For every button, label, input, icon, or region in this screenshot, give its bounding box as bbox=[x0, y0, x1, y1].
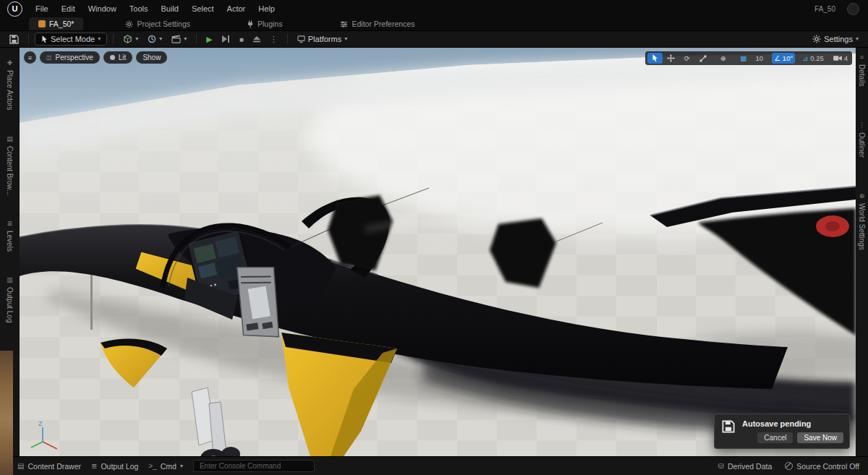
sidebar-item-output-log[interactable]: ▥ Output Log bbox=[6, 276, 14, 322]
eject-icon bbox=[253, 35, 260, 43]
camera-icon bbox=[833, 55, 842, 61]
eject-button[interactable] bbox=[250, 34, 264, 44]
view-mode-dropdown[interactable]: Lit bbox=[103, 51, 133, 64]
select-tool-button[interactable] bbox=[647, 53, 663, 64]
console-command-input[interactable] bbox=[193, 460, 315, 472]
sidebar-item-levels[interactable]: ≣ Levels bbox=[6, 220, 14, 252]
add-cube-icon bbox=[123, 35, 132, 44]
play-button[interactable]: ▶ bbox=[203, 33, 216, 46]
outliner-icon: ⋮ bbox=[859, 121, 865, 129]
gear-icon bbox=[812, 35, 821, 43]
save-now-button[interactable]: Save Now bbox=[797, 432, 843, 443]
menu-tools[interactable]: Tools bbox=[123, 1, 155, 16]
globe-icon: ⊕ bbox=[720, 54, 726, 62]
scale-tool-button[interactable] bbox=[695, 53, 710, 64]
quick-add-dropdown[interactable]: ▾ bbox=[119, 33, 142, 46]
menu-bar: U File Edit Window Tools Build Select Ac… bbox=[0, 0, 868, 17]
account-avatar[interactable] bbox=[847, 3, 859, 15]
source-control-button[interactable]: Source Control Off bbox=[785, 462, 859, 471]
move-icon bbox=[667, 54, 675, 62]
autosave-title: Autosave pending bbox=[742, 419, 843, 428]
skip-frame-button[interactable] bbox=[218, 34, 234, 44]
menu-edit[interactable]: Edit bbox=[55, 1, 82, 16]
tab-plugins[interactable]: Plugins bbox=[239, 17, 289, 30]
play-icon: ▶ bbox=[206, 35, 212, 44]
blueprints-dropdown[interactable]: ▾ bbox=[144, 33, 166, 45]
viewport-options-button[interactable]: ≡ bbox=[24, 51, 36, 64]
select-mode-dropdown[interactable]: Select Mode ▾ bbox=[35, 33, 107, 46]
right-dock-rail: ≡ Details ⋮ Outliner ⊕ World Settings bbox=[856, 48, 868, 456]
viewport-toolbar-left: ≡ ◫ Perspective Lit Show bbox=[24, 51, 167, 64]
rotation-snap-toggle[interactable]: ∠ 10° bbox=[772, 53, 795, 64]
perspective-icon: ◫ bbox=[46, 54, 52, 61]
chevron-down-icon: ▾ bbox=[344, 36, 347, 42]
cinematics-dropdown[interactable]: ▾ bbox=[168, 33, 190, 45]
angle-icon: ∠ bbox=[774, 54, 780, 62]
world-coordinate-button[interactable]: ⊕ bbox=[715, 53, 731, 64]
floppy-icon bbox=[9, 35, 19, 44]
platforms-dropdown[interactable]: Platforms ▾ bbox=[294, 33, 351, 45]
scale-snap-icon: ⊿ bbox=[802, 54, 808, 62]
cursor-icon bbox=[652, 54, 658, 62]
autosave-notification: Autosave pending Cancel Save Now bbox=[714, 414, 850, 449]
level-viewport[interactable]: ≡ ◫ Perspective Lit Show ⟳ ⊕ ▦ 10 ∠ bbox=[20, 48, 856, 456]
lit-sphere-icon bbox=[110, 55, 115, 60]
menu-select[interactable]: Select bbox=[185, 1, 221, 16]
terminal-icon: >_ bbox=[148, 462, 156, 470]
show-flags-dropdown[interactable]: Show bbox=[136, 51, 167, 64]
level-tab-icon bbox=[38, 20, 46, 27]
chevron-down-icon: ▾ bbox=[98, 36, 101, 42]
cmd-dropdown[interactable]: >_ Cmd ▾ bbox=[148, 462, 183, 471]
sidebar-item-details[interactable]: ≡ Details bbox=[858, 54, 866, 87]
clapperboard-icon bbox=[171, 35, 181, 43]
menu-help[interactable]: Help bbox=[252, 1, 281, 16]
unreal-logo-icon[interactable]: U bbox=[7, 1, 22, 17]
menu-build[interactable]: Build bbox=[155, 1, 185, 16]
gear-icon bbox=[125, 20, 133, 28]
status-bar: ▤ Content Drawer ≣ Output Log >_ Cmd ▾ ⛁… bbox=[13, 456, 868, 475]
grid-snap-value[interactable]: 10 bbox=[752, 53, 767, 64]
play-options-kebab[interactable]: ⋮ bbox=[266, 33, 281, 46]
sliders-icon bbox=[340, 20, 348, 28]
output-log-button[interactable]: ≣ Output Log bbox=[91, 462, 138, 471]
chevron-down-icon: ▾ bbox=[180, 463, 183, 469]
tab-editor-preferences[interactable]: Editor Preferences bbox=[333, 17, 422, 30]
menu-actor[interactable]: Actor bbox=[221, 1, 252, 16]
folder-icon: ▤ bbox=[7, 135, 13, 142]
drawer-icon: ▤ bbox=[17, 462, 24, 470]
tab-level[interactable]: FA_50* bbox=[29, 17, 83, 30]
save-button[interactable] bbox=[6, 33, 22, 46]
menu-file[interactable]: File bbox=[29, 1, 55, 16]
menu-window[interactable]: Window bbox=[82, 1, 123, 16]
axis-gizmo: Z bbox=[28, 419, 66, 452]
globe-icon: ⊕ bbox=[859, 192, 865, 200]
chevron-down-icon: ▾ bbox=[856, 36, 859, 42]
log-icon: ≣ bbox=[91, 462, 97, 470]
axis-z-label: Z bbox=[38, 420, 43, 427]
sidebar-item-place-actors[interactable]: ✚ Place Actors bbox=[6, 59, 14, 111]
stop-button[interactable]: ■ bbox=[236, 34, 247, 45]
scale-snap-toggle[interactable]: ⊿ 0.25 bbox=[800, 53, 825, 64]
rotate-tool-button[interactable]: ⟳ bbox=[679, 53, 694, 64]
sidebar-item-content-browser[interactable]: ▤ Content Brow... bbox=[6, 135, 14, 195]
asset-tab-bar: FA_50* Project Settings Plugins Editor P… bbox=[0, 17, 868, 30]
chevron-down-icon: ▾ bbox=[184, 36, 187, 42]
settings-dropdown[interactable]: Settings ▾ bbox=[809, 33, 862, 45]
cancel-button[interactable]: Cancel bbox=[757, 432, 793, 443]
derived-data-button[interactable]: ⛁ Derived Data bbox=[718, 462, 773, 471]
grid-snap-toggle[interactable]: ▦ bbox=[736, 53, 751, 64]
project-name-badge: FA_50 bbox=[814, 5, 835, 13]
kebab-icon: ⋮ bbox=[270, 35, 278, 44]
move-tool-button[interactable] bbox=[663, 53, 678, 64]
main-toolbar: Select Mode ▾ ▾ ▾ ▾ ▶ ■ ⋮ Platforms ▾ Se… bbox=[0, 30, 868, 48]
viewport-toolbar-right: ⟳ ⊕ ▦ 10 ∠ 10° ⊿ 0.25 4 bbox=[645, 51, 852, 65]
tab-project-settings[interactable]: Project Settings bbox=[118, 17, 197, 30]
grid-icon: ▦ bbox=[740, 54, 746, 62]
sidebar-item-world-settings[interactable]: ⊕ World Settings bbox=[858, 192, 866, 250]
sidebar-item-outliner[interactable]: ⋮ Outliner bbox=[858, 121, 866, 158]
details-icon: ≡ bbox=[860, 54, 864, 61]
content-drawer-button[interactable]: ▤ Content Drawer bbox=[17, 462, 81, 471]
camera-speed-button[interactable]: 4 bbox=[831, 53, 850, 64]
perspective-dropdown[interactable]: ◫ Perspective bbox=[40, 51, 100, 64]
scale-icon bbox=[699, 55, 707, 62]
